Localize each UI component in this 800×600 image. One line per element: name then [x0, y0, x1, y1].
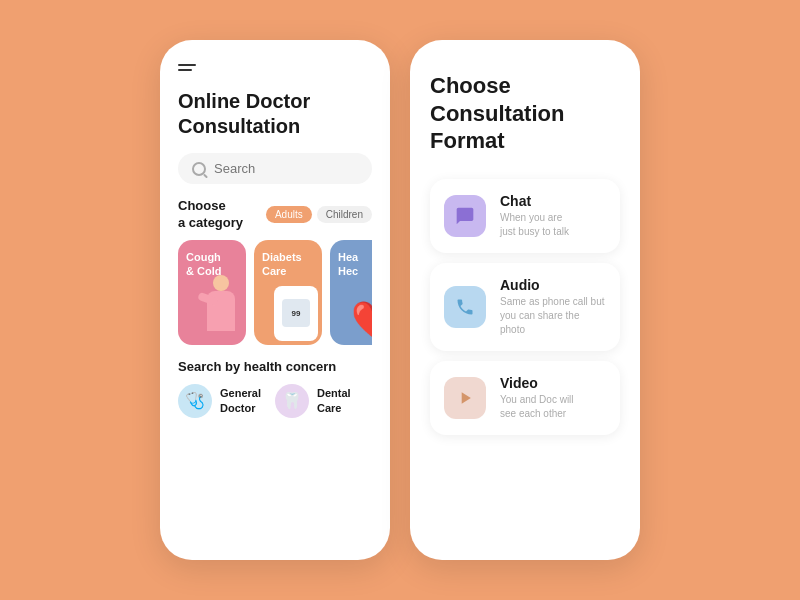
general-doctor-label: GeneralDoctor — [220, 386, 261, 415]
main-title: Online DoctorConsultation — [178, 89, 372, 139]
filter-pills: Adults Children — [266, 206, 372, 223]
heart-figure: ❤️ — [351, 299, 372, 341]
right-title: ChooseConsultationFormat — [430, 72, 620, 155]
audio-icon — [444, 286, 486, 328]
category-card-diabetes[interactable]: DiabetsCare 99 — [254, 240, 322, 345]
cat-card-title: Cough& Cold — [186, 250, 238, 279]
category-card-cough[interactable]: Cough& Cold — [178, 240, 246, 345]
video-icon — [444, 377, 486, 419]
pill-children[interactable]: Children — [317, 206, 372, 223]
search-bar[interactable] — [178, 153, 372, 184]
right-phone-screen: ChooseConsultationFormat Chat When you a… — [410, 40, 640, 560]
chat-desc: When you arejust busy to talk — [500, 211, 569, 239]
format-option-audio[interactable]: Audio Same as phone call butyou can shar… — [430, 263, 620, 351]
dental-care-label: DentalCare — [317, 386, 351, 415]
cat-card-title: DiabetsCare — [262, 250, 314, 279]
format-option-chat[interactable]: Chat When you arejust busy to talk — [430, 179, 620, 253]
left-phone-screen: Online DoctorConsultation Choosea catego… — [160, 40, 390, 560]
pill-adults[interactable]: Adults — [266, 206, 312, 223]
dental-care-icon: 🦷 — [275, 384, 309, 418]
menu-icon[interactable] — [178, 64, 200, 71]
category-card-heart[interactable]: HeaHec ❤️ — [330, 240, 372, 345]
video-name: Video — [500, 375, 574, 391]
category-cards: Cough& Cold DiabetsCare 99 HeaHec ❤️ — [178, 240, 372, 345]
search-icon — [192, 162, 206, 176]
health-concern-label: Search by health concern — [178, 359, 372, 374]
chat-text: Chat When you arejust busy to talk — [500, 193, 569, 239]
audio-name: Audio — [500, 277, 606, 293]
category-label: Choosea category — [178, 198, 243, 232]
health-item-general[interactable]: 🩺 GeneralDoctor — [178, 384, 261, 418]
health-item-dental[interactable]: 🦷 DentalCare — [275, 384, 351, 418]
cough-figure — [196, 275, 246, 345]
format-option-video[interactable]: Video You and Doc willsee each other — [430, 361, 620, 435]
health-concern-section: Search by health concern 🩺 GeneralDoctor… — [178, 359, 372, 418]
video-text: Video You and Doc willsee each other — [500, 375, 574, 421]
chat-name: Chat — [500, 193, 569, 209]
search-input[interactable] — [214, 161, 358, 176]
cat-card-title: HeaHec — [338, 250, 372, 279]
video-desc: You and Doc willsee each other — [500, 393, 574, 421]
audio-text: Audio Same as phone call butyou can shar… — [500, 277, 606, 337]
chat-icon — [444, 195, 486, 237]
format-options: Chat When you arejust busy to talk Audio… — [430, 179, 620, 435]
general-doctor-icon: 🩺 — [178, 384, 212, 418]
audio-desc: Same as phone call butyou can share the … — [500, 295, 606, 337]
glucose-figure: 99 — [274, 286, 318, 341]
category-section: Choosea category Adults Children Cough& … — [178, 198, 372, 345]
health-items: 🩺 GeneralDoctor 🦷 DentalCare — [178, 384, 372, 418]
